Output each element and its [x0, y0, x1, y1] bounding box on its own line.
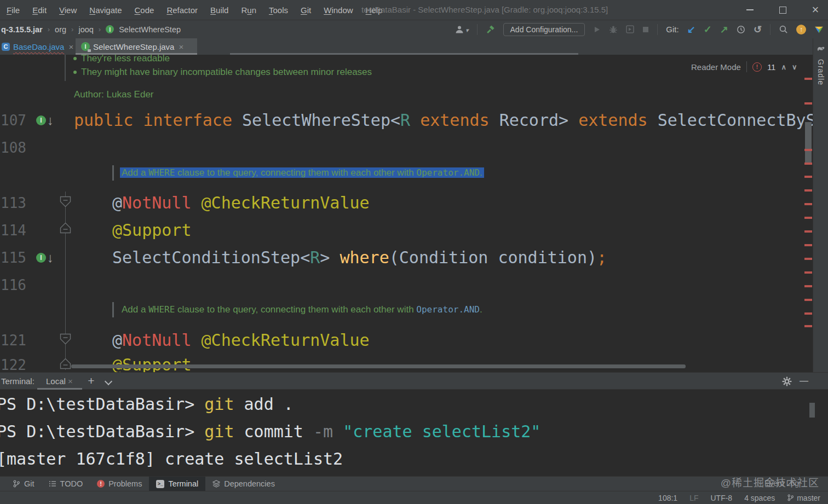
git-push-button[interactable] — [720, 24, 728, 36]
line-number[interactable]: 115 — [0, 250, 26, 266]
implementations-arrow-icon[interactable] — [47, 113, 54, 128]
implementations-arrow-icon[interactable] — [47, 250, 54, 265]
tool-window-git[interactable]: Git — [5, 477, 42, 491]
error-stripe-mark[interactable] — [804, 312, 812, 315]
menu-code[interactable]: Code — [135, 5, 154, 15]
chevron-down-icon[interactable] — [105, 378, 112, 385]
menu-window[interactable]: Window — [324, 5, 353, 15]
tool-window-problems[interactable]: Problems — [90, 477, 149, 491]
search-everywhere-button[interactable] — [779, 25, 788, 34]
code-line-121[interactable]: @NotNull @CheckReturnValue — [112, 328, 370, 352]
fold-end-icon[interactable] — [59, 358, 72, 369]
javadoc-line[interactable]: Add a WHERE clause to the query, connect… — [122, 302, 482, 317]
menu-edit[interactable]: Edit — [32, 5, 47, 15]
line-number[interactable]: 116 — [0, 277, 26, 293]
menu-refactor[interactable]: Refactor — [166, 5, 198, 15]
error-stripe-mark[interactable] — [804, 189, 812, 192]
terminal-scrollbar-thumb[interactable] — [809, 403, 815, 418]
error-count[interactable]: 11 — [767, 62, 776, 72]
tool-window-terminal[interactable]: Terminal — [149, 477, 205, 491]
code-line-122[interactable]: @Support — [112, 353, 192, 372]
vertical-scrollbar-thumb[interactable] — [805, 122, 812, 164]
error-stripe-mark[interactable] — [804, 230, 812, 233]
error-stripe-mark[interactable] — [804, 102, 812, 105]
error-stripe-mark[interactable] — [804, 244, 812, 246]
code-line-107[interactable]: public interface SelectWhereStep<R exten… — [74, 108, 813, 132]
reader-mode-toggle[interactable]: Reader Mode — [691, 62, 741, 72]
fold-start-icon[interactable] — [59, 196, 72, 207]
settings-gear-icon[interactable] — [782, 376, 792, 386]
maximize-button[interactable] — [775, 3, 790, 17]
tab-basedao[interactable]: BaseDao.java — [0, 38, 77, 55]
build-project-button[interactable] — [486, 25, 495, 34]
gradle-tool-window-button[interactable]: Gradle — [817, 59, 825, 85]
menu-tools[interactable]: Tools — [269, 5, 288, 15]
error-stripe-mark[interactable] — [804, 299, 812, 301]
close-icon[interactable] — [68, 42, 73, 51]
breadcrumb-class[interactable]: SelectWhereStep — [119, 25, 181, 34]
new-session-button[interactable] — [88, 373, 94, 390]
git-update-button[interactable] — [687, 24, 695, 36]
line-number[interactable]: 114 — [0, 222, 26, 239]
tool-window-dependencies[interactable]: Dependencies — [205, 477, 282, 491]
file-encoding[interactable]: UTF-8 — [710, 494, 732, 502]
error-stripe-mark[interactable] — [804, 163, 812, 165]
line-number[interactable]: 122 — [0, 357, 26, 372]
code-editor[interactable]: 107 108 113 114 115 116 121 122 They're … — [0, 55, 813, 372]
error-stripe-mark[interactable] — [804, 285, 812, 287]
error-stripe-mark[interactable] — [804, 258, 812, 260]
menu-navigate[interactable]: Navigate — [89, 5, 122, 15]
interface-gutter-icon[interactable] — [36, 253, 46, 263]
git-commit-button[interactable] — [704, 24, 712, 36]
close-button[interactable] — [808, 3, 823, 17]
tab-selectwherestep[interactable]: SelectWhereStep.java — [76, 38, 197, 55]
menu-file[interactable]: File — [7, 5, 20, 15]
breadcrumb-jar[interactable]: q-3.15.5.jar — [1, 25, 43, 34]
previous-error-button[interactable] — [781, 63, 786, 71]
error-stripe-mark[interactable] — [804, 149, 812, 151]
fold-start-icon[interactable] — [59, 333, 72, 345]
error-stripe-mark[interactable] — [804, 325, 812, 327]
menu-run[interactable]: Run — [241, 5, 256, 15]
user-profile-button[interactable] — [455, 25, 469, 34]
fold-end-icon[interactable] — [59, 222, 72, 234]
add-configuration-button[interactable]: Add Configuration... — [503, 23, 585, 36]
horizontal-scrollbar[interactable] — [71, 364, 686, 368]
error-stripe-mark[interactable] — [804, 217, 812, 219]
gradle-icon[interactable] — [817, 45, 826, 54]
terminal-output[interactable]: PS D:\testDataBasir> git add . PS D:\tes… — [0, 390, 828, 476]
run-with-coverage-button[interactable] — [626, 25, 634, 33]
indent-setting[interactable]: 4 spaces — [744, 494, 775, 502]
error-stripe-mark[interactable] — [804, 78, 812, 80]
debug-button[interactable] — [609, 25, 618, 34]
git-branch-widget[interactable]: master — [787, 494, 820, 502]
breadcrumb-org[interactable]: org — [55, 25, 66, 34]
next-error-button[interactable] — [792, 63, 797, 71]
minimize-button[interactable] — [743, 3, 757, 17]
error-stripe[interactable] — [804, 38, 813, 372]
line-separator[interactable]: LF — [689, 494, 698, 502]
rollback-button[interactable] — [754, 24, 762, 36]
error-stripe-mark[interactable] — [804, 176, 812, 178]
menu-git[interactable]: Git — [301, 5, 311, 15]
stop-button[interactable] — [642, 26, 649, 33]
git-history-button[interactable] — [737, 25, 745, 34]
code-line-115[interactable]: SelectConditionStep<R> where(Condition c… — [112, 246, 607, 270]
tool-window-todo[interactable]: TODO — [42, 477, 90, 491]
hide-tool-window-button[interactable] — [800, 373, 808, 390]
menu-view[interactable]: View — [59, 5, 77, 15]
line-number[interactable]: 113 — [0, 195, 26, 211]
plugin-gem-button[interactable] — [814, 25, 824, 34]
code-line-114[interactable]: @Support — [112, 218, 192, 242]
line-number[interactable]: 108 — [0, 140, 26, 156]
breadcrumb-jooq[interactable]: jooq — [78, 25, 93, 34]
menu-build[interactable]: Build — [210, 5, 228, 15]
close-icon[interactable] — [179, 42, 183, 51]
interface-gutter-icon[interactable] — [36, 115, 46, 125]
error-stripe-mark[interactable] — [804, 203, 812, 205]
line-number[interactable]: 121 — [0, 332, 26, 349]
ide-update-button[interactable] — [796, 25, 806, 34]
code-line-113[interactable]: @NotNull @CheckReturnValue — [112, 191, 370, 215]
error-stripe-mark[interactable] — [804, 271, 812, 274]
run-button[interactable] — [593, 26, 601, 33]
